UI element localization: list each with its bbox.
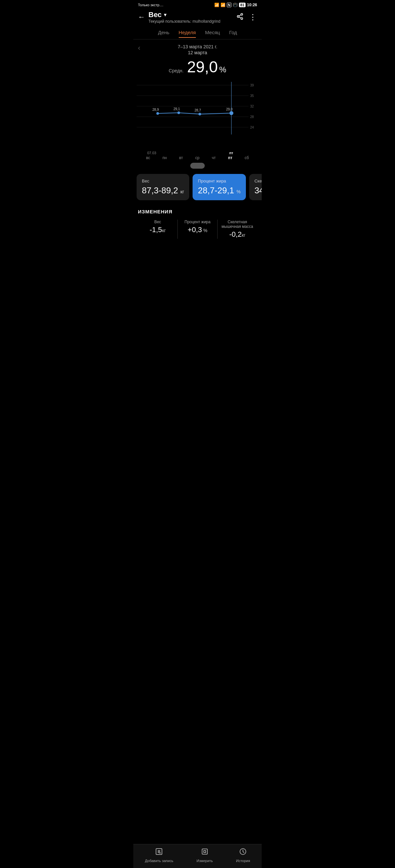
header-right: ⋮	[236, 12, 257, 22]
svg-point-17	[198, 113, 201, 115]
title-dropdown-icon[interactable]: ▼	[163, 12, 168, 18]
slider-thumb[interactable]	[190, 163, 205, 169]
day-thu: чт	[211, 156, 216, 160]
change-fat-value: +0,3 %	[180, 225, 215, 234]
x-axis-days: вс пн вт ср чт пт сб	[133, 156, 262, 160]
card-muscle-label: Скелетная мышечная масса	[254, 179, 262, 183]
changes-section: ИЗМЕНЕНИЯ Вес -1,5кг Процент жира +0,3 %…	[133, 203, 262, 241]
average-unit: %	[219, 65, 226, 74]
back-button[interactable]: ←	[138, 13, 145, 21]
changes-row: Вес -1,5кг Процент жира +0,3 % Скелетная…	[138, 220, 257, 239]
svg-text:29,0: 29,0	[226, 107, 233, 111]
time-display: 10:26	[247, 3, 257, 7]
card-fat-label: Процент жира	[198, 179, 241, 183]
svg-text:35: 35	[250, 94, 254, 98]
svg-point-16	[177, 112, 180, 114]
tab-day[interactable]: День	[158, 30, 170, 38]
svg-text:28,7: 28,7	[195, 108, 201, 112]
wifi-icon: 📶	[221, 3, 225, 7]
cards-row: Вес 87,3-89,2 кг Процент жира 28,7-29,1 …	[133, 171, 262, 203]
x-date-fri: пт	[229, 151, 233, 155]
day-tue: вт	[179, 156, 183, 160]
card-weight-label: Вес	[142, 179, 184, 183]
change-weight-label: Вес	[141, 220, 175, 224]
change-muscle-value: -0,2кг	[220, 230, 254, 239]
tab-week[interactable]: Неделя	[179, 30, 196, 38]
card-fat[interactable]: Процент жира 28,7-29,1 %	[193, 174, 246, 200]
chart-svg: 39 35 32 28 24 28,9 29,1 28,7 29,0	[137, 79, 258, 151]
svg-text:32: 32	[250, 104, 254, 108]
svg-text:39: 39	[250, 84, 254, 87]
svg-point-15	[157, 112, 159, 115]
tab-year[interactable]: Год	[229, 30, 237, 38]
changes-title: ИЗМЕНЕНИЯ	[138, 209, 257, 214]
card-fat-value: 28,7-29,1 %	[198, 185, 241, 196]
status-bar: Только экстр.... 📶 📶 N 📳 81 10:26	[133, 0, 262, 8]
change-muscle: Скелетная мышечная масса -0,2кг	[218, 220, 257, 239]
average-section: Средн. 29,0 %	[133, 57, 262, 79]
change-muscle-label: Скелетная мышечная масса	[220, 220, 254, 229]
card-muscle[interactable]: Скелетная мышечная масса 34,5-3	[249, 174, 262, 200]
more-options-icon[interactable]: ⋮	[249, 12, 257, 22]
header-left: ← Вес ▼ Текущий пользователь: mulholland…	[138, 10, 220, 24]
change-fat: Процент жира +0,3 %	[178, 220, 218, 239]
day-fri: пт	[228, 156, 232, 160]
share-icon[interactable]	[236, 13, 244, 22]
change-fat-label: Процент жира	[180, 220, 215, 224]
day-sun: вс	[146, 156, 150, 160]
svg-text:28,9: 28,9	[152, 108, 159, 112]
day-mon: пн	[163, 156, 167, 160]
slider-area[interactable]	[133, 160, 262, 171]
svg-line-4	[239, 14, 241, 16]
nfc-icon: N	[227, 3, 231, 7]
status-notification: Только экстр....	[138, 3, 163, 7]
change-weight-value: -1,5кг	[141, 225, 175, 234]
x-axis-dates: 07.03 пт	[133, 151, 262, 155]
date-range: 7–13 марта 2021 г.	[133, 44, 262, 49]
page-title: Вес	[148, 10, 162, 19]
svg-line-3	[239, 17, 241, 18]
average-label: Средн.	[169, 68, 184, 73]
card-muscle-value: 34,5-3	[254, 185, 262, 196]
title-block: Вес ▼ Текущий пользователь: mulhollandgr…	[148, 10, 220, 24]
card-weight-value: 87,3-89,2 кг	[142, 185, 184, 196]
change-weight: Вес -1,5кг	[138, 220, 178, 239]
day-wed: ср	[195, 156, 199, 160]
average-value: 29,0	[187, 58, 218, 75]
tabs-bar: День Неделя Месяц Год	[133, 27, 262, 39]
tab-month[interactable]: Месяц	[205, 30, 220, 38]
title-row: Вес ▼	[148, 10, 220, 19]
svg-text:29,1: 29,1	[173, 107, 180, 111]
date-selected: 12 марта	[133, 50, 262, 55]
battery-level: 81	[239, 3, 246, 7]
date-section: ‹ 7–13 марта 2021 г. 12 марта	[133, 39, 262, 57]
user-subtitle: Текущий пользователь: mulhollandgrind	[148, 19, 220, 24]
status-right-icons: 📶 📶 N 📳 81 10:26	[214, 3, 257, 7]
svg-text:28: 28	[250, 115, 254, 119]
day-sat: сб	[245, 156, 249, 160]
card-weight[interactable]: Вес 87,3-89,2 кг	[137, 174, 189, 200]
sim-icon: 📶	[214, 3, 219, 7]
chart-area: 39 35 32 28 24 28,9 29,1 28,7 29,0	[133, 79, 262, 151]
x-date-sun: 07.03	[147, 151, 157, 155]
bluetooth-icon: 📳	[233, 3, 238, 7]
header: ← Вес ▼ Текущий пользователь: mulholland…	[133, 8, 262, 27]
prev-week-button[interactable]: ‹	[138, 44, 140, 52]
svg-text:24: 24	[250, 126, 254, 129]
